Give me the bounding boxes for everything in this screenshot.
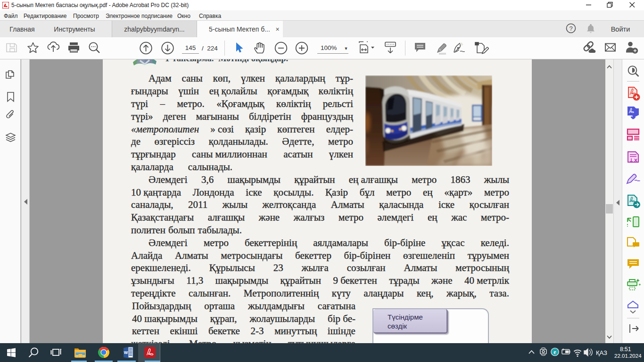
svg-text:?: ? bbox=[569, 25, 572, 32]
svg-text:W: W bbox=[124, 350, 128, 355]
svg-text:e: e bbox=[553, 349, 556, 355]
